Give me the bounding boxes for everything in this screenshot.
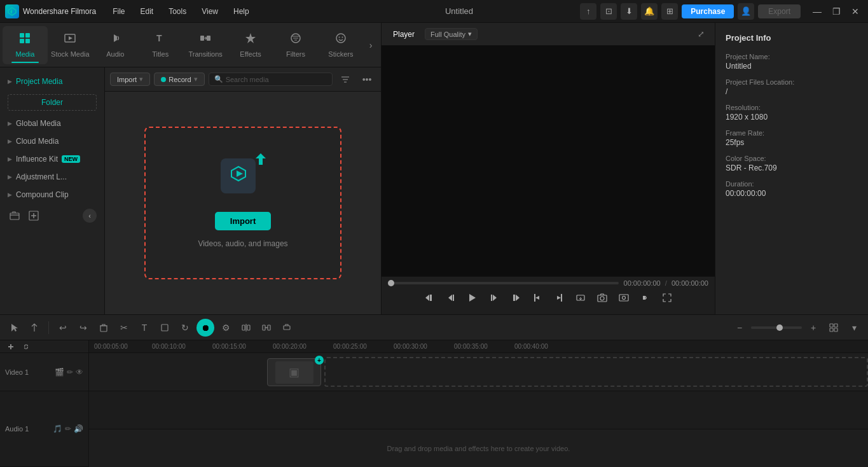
sidebar-item-cloud-media[interactable]: ▶ Cloud Media bbox=[0, 132, 104, 150]
crop-button[interactable] bbox=[156, 319, 174, 337]
app-name: Wondershare Filmora bbox=[23, 7, 96, 16]
minimize-button[interactable]: — bbox=[809, 4, 825, 19]
track-eye-icon[interactable]: 👁 bbox=[76, 368, 83, 377]
split-button[interactable] bbox=[237, 319, 255, 337]
ruler-mark-3: 00:00:20:00 bbox=[273, 343, 333, 350]
step-forward-icon[interactable] bbox=[507, 289, 524, 306]
menu-view[interactable]: View bbox=[195, 4, 224, 18]
track-lock-icon[interactable]: 🎬 bbox=[55, 368, 64, 377]
camera-icon[interactable] bbox=[594, 289, 610, 306]
video-track-area[interactable]: ▣ + bbox=[89, 353, 868, 391]
tab-filters[interactable]: Filters bbox=[273, 26, 319, 64]
apps-icon[interactable]: ⊞ bbox=[661, 3, 678, 20]
clip-add-button[interactable]: + bbox=[315, 356, 324, 365]
menu-edit[interactable]: Edit bbox=[134, 4, 160, 18]
drop-hint-text: Videos, audio, and images bbox=[198, 239, 287, 248]
tab-effects[interactable]: Effects bbox=[228, 26, 273, 64]
drop-zone[interactable]: Import Videos, audio, and images bbox=[144, 127, 341, 279]
add-item-icon[interactable] bbox=[27, 209, 41, 223]
save-icon[interactable]: ⊡ bbox=[600, 3, 617, 20]
collapse-button[interactable]: ‹ bbox=[83, 209, 97, 223]
sidebar-item-compound-clip[interactable]: ▶ Compound Clip bbox=[0, 186, 104, 204]
maximize-button[interactable]: ❐ bbox=[829, 4, 844, 19]
import-button[interactable]: Import ▾ bbox=[110, 73, 150, 86]
play-icon[interactable] bbox=[464, 289, 481, 306]
chain-link-icon[interactable] bbox=[20, 341, 32, 352]
mark-out-icon[interactable] bbox=[551, 289, 567, 306]
merge-clips-button[interactable] bbox=[258, 319, 275, 337]
user-icon[interactable]: 👤 bbox=[738, 3, 754, 20]
frame-forward-icon[interactable] bbox=[486, 289, 502, 306]
purchase-button[interactable]: Purchase bbox=[682, 4, 734, 18]
quality-select[interactable]: Full Quality ▾ bbox=[425, 28, 478, 40]
fullscreen-icon[interactable]: ⤢ bbox=[693, 27, 708, 42]
add-track-icon[interactable] bbox=[5, 341, 17, 352]
more-timeline-options[interactable]: ▾ bbox=[845, 319, 863, 337]
cut-button[interactable]: ✂ bbox=[115, 319, 133, 337]
notification-icon[interactable]: 🔔 bbox=[641, 3, 658, 20]
arrow-icon: ▶ bbox=[8, 138, 12, 144]
audio-tab-icon bbox=[109, 32, 121, 48]
track-edit-icon[interactable]: ✏ bbox=[67, 368, 73, 377]
text-tool[interactable]: T bbox=[135, 319, 153, 337]
audio-volume-icon[interactable]: 🔊 bbox=[74, 424, 83, 433]
record-button-timeline[interactable]: ⏺ bbox=[196, 319, 214, 337]
grid-view-button[interactable] bbox=[825, 319, 843, 337]
timeline-snapping-tool[interactable] bbox=[25, 319, 43, 337]
sidebar-item-global-media[interactable]: ▶ Global Media bbox=[0, 115, 104, 132]
current-time-value: 00:00:00:00 bbox=[624, 279, 661, 287]
progress-track[interactable] bbox=[388, 282, 619, 284]
more-options-icon[interactable]: ••• bbox=[358, 71, 376, 88]
player-tab[interactable]: Player bbox=[388, 27, 420, 41]
cloud-upload-icon[interactable]: ↑ bbox=[580, 3, 596, 20]
menu-file[interactable]: File bbox=[106, 4, 131, 18]
sidebar-item-adjustment-layer[interactable]: ▶ Adjustment L... bbox=[0, 168, 104, 186]
stabilize-button[interactable] bbox=[278, 319, 296, 337]
menu-help[interactable]: Help bbox=[227, 4, 256, 18]
filter-icon[interactable] bbox=[336, 71, 354, 88]
sidebar-folder-button[interactable]: Folder bbox=[8, 94, 97, 111]
export-button[interactable]: Export bbox=[758, 4, 801, 18]
rotation-button[interactable]: ↻ bbox=[176, 319, 194, 337]
add-folder-icon[interactable] bbox=[8, 209, 22, 223]
zoom-in-button[interactable]: + bbox=[804, 319, 822, 337]
audio-track-icon[interactable]: 🎵 bbox=[53, 424, 62, 433]
tab-stock-media[interactable]: Stock Media bbox=[48, 26, 93, 64]
drop-import-button[interactable]: Import bbox=[215, 212, 271, 230]
tab-media[interactable]: Media bbox=[3, 26, 48, 64]
audio-track-area[interactable] bbox=[89, 391, 868, 429]
redo-button[interactable]: ↪ bbox=[74, 319, 92, 337]
settings-button[interactable]: ⚙ bbox=[217, 319, 235, 337]
tab-audio[interactable]: Audio bbox=[93, 26, 138, 64]
screenshot-icon[interactable] bbox=[616, 289, 632, 306]
zoom-out-button[interactable]: − bbox=[731, 319, 748, 337]
delete-button[interactable] bbox=[95, 319, 113, 337]
record-button[interactable]: Record ▾ bbox=[154, 73, 204, 86]
timeline-select-tool[interactable] bbox=[5, 319, 23, 337]
volume-icon[interactable] bbox=[637, 289, 654, 306]
undo-button[interactable]: ↩ bbox=[54, 319, 72, 337]
svg-point-13 bbox=[336, 34, 345, 43]
frame-back-icon[interactable] bbox=[443, 289, 459, 306]
tab-stickers[interactable]: Stickers bbox=[318, 26, 363, 64]
search-input[interactable]: 🔍 Search media bbox=[209, 73, 333, 86]
step-back-icon[interactable] bbox=[421, 289, 437, 306]
download-icon[interactable]: ⬇ bbox=[621, 3, 637, 20]
tab-more-button[interactable]: › bbox=[363, 26, 378, 64]
timeline-content: Video 1 🎬 ✏ 👁 Audio 1 🎵 ✏ 🔊 00:00 bbox=[0, 340, 868, 467]
sidebar-item-project-media[interactable]: ▶ Project Media bbox=[0, 73, 104, 90]
add-to-timeline-icon[interactable] bbox=[572, 289, 589, 306]
audio-edit-icon[interactable]: ✏ bbox=[65, 424, 71, 433]
info-row-resolution: Resolution: 1920 x 1080 bbox=[726, 104, 858, 122]
close-button[interactable]: ✕ bbox=[848, 4, 863, 19]
video-clip[interactable]: ▣ + bbox=[267, 358, 321, 386]
expand-icon[interactable] bbox=[659, 289, 675, 306]
menu-tools[interactable]: Tools bbox=[162, 4, 193, 18]
mark-in-icon[interactable] bbox=[529, 289, 546, 306]
zoom-track[interactable] bbox=[751, 326, 802, 329]
svg-rect-29 bbox=[453, 295, 454, 301]
tab-titles[interactable]: T Titles bbox=[138, 26, 183, 64]
sidebar-item-influence-kit[interactable]: ▶ Influence Kit NEW bbox=[0, 150, 104, 168]
tab-stickers-label: Stickers bbox=[328, 50, 353, 58]
tab-transitions[interactable]: Transitions bbox=[183, 26, 228, 64]
